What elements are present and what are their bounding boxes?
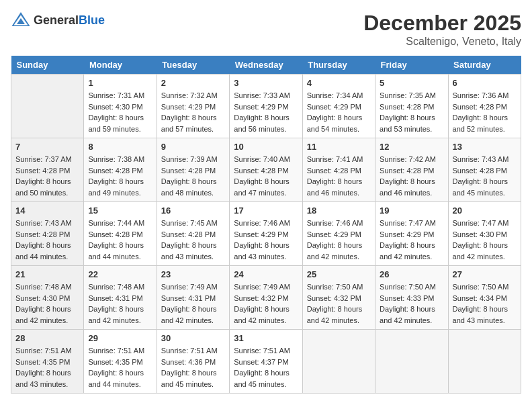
logo: GeneralBlue — [11, 11, 105, 30]
sunrise: Sunrise: 7:43 AM — [15, 218, 79, 229]
daylight: Daylight: 8 hours and 44 minutes. — [88, 240, 152, 262]
calendar-cell: 1 Sunrise: 7:31 AM Sunset: 4:30 PM Dayli… — [84, 75, 157, 138]
calendar-cell — [375, 330, 448, 394]
calendar-header-sunday: Sunday — [11, 56, 84, 75]
sunset: Sunset: 4:28 PM — [380, 101, 443, 113]
day-number: 11 — [307, 142, 371, 152]
calendar-cell: 26 Sunrise: 7:50 AM Sunset: 4:33 PM Dayl… — [375, 266, 448, 330]
day-number: 15 — [88, 205, 152, 216]
logo-icon — [11, 11, 31, 30]
day-number: 4 — [307, 78, 371, 88]
day-info: Sunrise: 7:42 AM Sunset: 4:28 PM Dayligh… — [380, 154, 443, 198]
calendar-cell: 16 Sunrise: 7:45 AM Sunset: 4:28 PM Dayl… — [157, 202, 229, 266]
day-info: Sunrise: 7:50 AM Sunset: 4:32 PM Dayligh… — [307, 281, 371, 326]
day-number: 14 — [15, 205, 79, 216]
daylight: Daylight: 8 hours and 45 minutes. — [453, 176, 517, 198]
calendar-cell: 6 Sunrise: 7:36 AM Sunset: 4:28 PM Dayli… — [448, 75, 521, 138]
calendar-cell: 10 Sunrise: 7:40 AM Sunset: 4:28 PM Dayl… — [230, 138, 302, 202]
sunrise: Sunrise: 7:34 AM — [307, 90, 371, 101]
calendar-header-wednesday: Wednesday — [230, 56, 302, 75]
calendar-header-thursday: Thursday — [302, 56, 375, 75]
day-info: Sunrise: 7:49 AM Sunset: 4:32 PM Dayligh… — [234, 281, 298, 326]
day-number: 9 — [161, 142, 225, 152]
sunset: Sunset: 4:32 PM — [307, 293, 371, 304]
sunrise: Sunrise: 7:48 AM — [88, 281, 152, 293]
day-number: 20 — [453, 205, 517, 216]
sunrise: Sunrise: 7:43 AM — [453, 154, 517, 165]
calendar-week-row: 1 Sunrise: 7:31 AM Sunset: 4:30 PM Dayli… — [11, 75, 521, 138]
sunset: Sunset: 4:28 PM — [380, 165, 443, 177]
sunrise: Sunrise: 7:42 AM — [380, 154, 443, 165]
day-info: Sunrise: 7:32 AM Sunset: 4:29 PM Dayligh… — [161, 90, 225, 134]
sunrise: Sunrise: 7:46 AM — [307, 218, 371, 229]
day-number: 29 — [88, 333, 152, 343]
day-number: 26 — [380, 269, 443, 279]
sunrise: Sunrise: 7:51 AM — [88, 345, 152, 357]
daylight: Daylight: 8 hours and 43 minutes. — [453, 304, 517, 326]
calendar-cell: 3 Sunrise: 7:33 AM Sunset: 4:29 PM Dayli… — [230, 75, 302, 138]
sunrise: Sunrise: 7:38 AM — [88, 154, 152, 165]
sunset: Sunset: 4:31 PM — [161, 293, 225, 304]
day-number: 23 — [161, 269, 225, 279]
sunrise: Sunrise: 7:32 AM — [161, 90, 225, 101]
sunrise: Sunrise: 7:50 AM — [307, 281, 371, 293]
daylight: Daylight: 8 hours and 46 minutes. — [380, 176, 443, 198]
sunrise: Sunrise: 7:48 AM — [15, 281, 79, 293]
calendar-cell: 14 Sunrise: 7:43 AM Sunset: 4:28 PM Dayl… — [11, 202, 84, 266]
logo-blue: Blue — [79, 13, 105, 27]
sunset: Sunset: 4:28 PM — [161, 229, 225, 240]
page-header: GeneralBlue December 2025 Scaltenigo, Ve… — [11, 11, 521, 48]
daylight: Daylight: 8 hours and 57 minutes. — [161, 112, 225, 134]
sunrise: Sunrise: 7:49 AM — [161, 281, 225, 293]
sunset: Sunset: 4:30 PM — [88, 101, 152, 113]
sunset: Sunset: 4:30 PM — [453, 229, 517, 240]
sunset: Sunset: 4:33 PM — [380, 293, 443, 304]
calendar-week-row: 28 Sunrise: 7:51 AM Sunset: 4:35 PM Dayl… — [11, 330, 521, 394]
calendar-cell: 18 Sunrise: 7:46 AM Sunset: 4:29 PM Dayl… — [302, 202, 375, 266]
sunrise: Sunrise: 7:39 AM — [161, 154, 225, 165]
calendar-cell — [302, 330, 375, 394]
sunrise: Sunrise: 7:41 AM — [307, 154, 371, 165]
sunrise: Sunrise: 7:51 AM — [234, 345, 298, 357]
calendar-cell: 8 Sunrise: 7:38 AM Sunset: 4:28 PM Dayli… — [84, 138, 157, 202]
day-info: Sunrise: 7:51 AM Sunset: 4:36 PM Dayligh… — [161, 345, 225, 390]
day-number: 28 — [15, 333, 79, 343]
day-number: 21 — [15, 269, 79, 279]
daylight: Daylight: 8 hours and 42 minutes. — [88, 304, 152, 326]
calendar-cell: 9 Sunrise: 7:39 AM Sunset: 4:28 PM Dayli… — [157, 138, 229, 202]
daylight: Daylight: 8 hours and 52 minutes. — [453, 112, 517, 134]
daylight: Daylight: 8 hours and 43 minutes. — [161, 240, 225, 262]
sunset: Sunset: 4:28 PM — [453, 165, 517, 177]
calendar-cell: 4 Sunrise: 7:34 AM Sunset: 4:29 PM Dayli… — [302, 75, 375, 138]
calendar-header-monday: Monday — [84, 56, 157, 75]
sunset: Sunset: 4:37 PM — [234, 357, 298, 368]
calendar-cell: 11 Sunrise: 7:41 AM Sunset: 4:28 PM Dayl… — [302, 138, 375, 202]
sunrise: Sunrise: 7:51 AM — [15, 345, 79, 357]
day-number: 3 — [234, 78, 298, 88]
sunrise: Sunrise: 7:47 AM — [453, 218, 517, 229]
day-info: Sunrise: 7:38 AM Sunset: 4:28 PM Dayligh… — [88, 154, 152, 198]
daylight: Daylight: 8 hours and 45 minutes. — [234, 367, 298, 390]
sunset: Sunset: 4:32 PM — [234, 293, 298, 304]
sunrise: Sunrise: 7:45 AM — [161, 218, 225, 229]
daylight: Daylight: 8 hours and 49 minutes. — [88, 176, 152, 198]
sunrise: Sunrise: 7:44 AM — [88, 218, 152, 229]
month-title: December 2025 — [363, 11, 521, 36]
calendar-week-row: 14 Sunrise: 7:43 AM Sunset: 4:28 PM Dayl… — [11, 202, 521, 266]
daylight: Daylight: 8 hours and 42 minutes. — [161, 304, 225, 326]
day-info: Sunrise: 7:48 AM Sunset: 4:30 PM Dayligh… — [15, 281, 79, 326]
daylight: Daylight: 8 hours and 42 minutes. — [453, 240, 517, 262]
calendar-cell: 5 Sunrise: 7:35 AM Sunset: 4:28 PM Dayli… — [375, 75, 448, 138]
sunrise: Sunrise: 7:46 AM — [234, 218, 298, 229]
sunset: Sunset: 4:29 PM — [307, 229, 371, 240]
sunset: Sunset: 4:28 PM — [15, 229, 79, 240]
daylight: Daylight: 8 hours and 44 minutes. — [15, 240, 79, 262]
daylight: Daylight: 8 hours and 42 minutes. — [307, 240, 371, 262]
calendar-cell: 24 Sunrise: 7:49 AM Sunset: 4:32 PM Dayl… — [230, 266, 302, 330]
daylight: Daylight: 8 hours and 56 minutes. — [234, 112, 298, 134]
day-info: Sunrise: 7:46 AM Sunset: 4:29 PM Dayligh… — [307, 218, 371, 262]
calendar-cell: 31 Sunrise: 7:51 AM Sunset: 4:37 PM Dayl… — [230, 330, 302, 394]
day-info: Sunrise: 7:50 AM Sunset: 4:34 PM Dayligh… — [453, 281, 517, 326]
sunrise: Sunrise: 7:50 AM — [380, 281, 443, 293]
sunset: Sunset: 4:34 PM — [453, 293, 517, 304]
